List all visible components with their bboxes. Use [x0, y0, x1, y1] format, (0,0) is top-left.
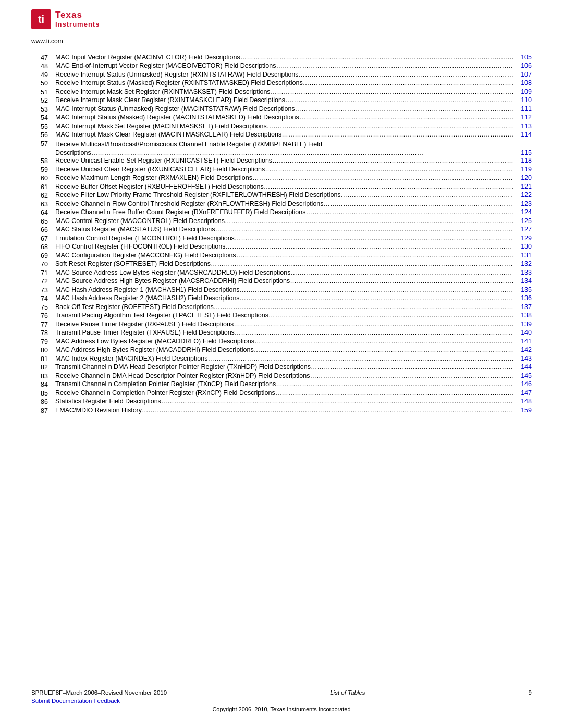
row-page[interactable]: 125 [513, 217, 532, 225]
row-page[interactable]: 115 [513, 149, 532, 156]
row-page[interactable]: 142 [513, 346, 532, 353]
row-description: Emulation Control Register (EMCONTROL) F… [55, 235, 235, 242]
row-description: Statistics Register Field Descriptions [55, 398, 161, 405]
row-page[interactable]: 127 [513, 226, 532, 233]
table-row: 69MAC Configuration Register (MACCONFIG)… [31, 252, 532, 260]
row-page[interactable]: 159 [513, 406, 532, 414]
row-content: Receive Unicast Clear Register (RXUNICAS… [55, 166, 532, 173]
row-number: 67 [31, 235, 55, 242]
row-page[interactable]: 130 [513, 243, 532, 250]
row-page[interactable]: 133 [513, 269, 532, 276]
table-row: 76Transmit Pacing Algorithm Test Registe… [31, 312, 532, 319]
row-number: 50 [31, 79, 55, 87]
row-number: 82 [31, 363, 55, 371]
row-page[interactable]: 144 [513, 363, 532, 371]
row-number: 57 [31, 140, 55, 147]
row-number: 51 [31, 88, 55, 96]
row-description: Receive Interrupt Status (Masked) Regist… [55, 79, 303, 87]
row-page[interactable]: 114 [513, 131, 532, 138]
row-page[interactable]: 135 [513, 286, 532, 293]
row-page[interactable]: 113 [513, 122, 532, 130]
table-row: 62Receive Filter Low Priority Frame Thre… [31, 191, 532, 199]
table-row: 58Receive Unicast Enable Set Register (R… [31, 157, 532, 165]
row-page[interactable]: 120 [513, 174, 532, 181]
row-page[interactable]: 148 [513, 398, 532, 405]
row-page[interactable]: 146 [513, 380, 532, 388]
row-description: Transmit Channel n Completion Pointer Re… [55, 380, 276, 388]
row-number: 73 [31, 286, 55, 294]
feedback-link[interactable]: Submit Documentation Feedback [31, 698, 120, 704]
row-number: 55 [31, 122, 55, 130]
row-number: 48 [31, 62, 55, 70]
row-page[interactable]: 118 [513, 157, 532, 164]
table-row: 74MAC Hash Address Register 2 (MACHASH2)… [31, 294, 532, 302]
table-row: 63Receive Channel n Flow Control Thresho… [31, 200, 532, 208]
table-row: 50Receive Interrupt Status (Masked) Regi… [31, 79, 532, 87]
row-page[interactable]: 140 [513, 329, 532, 336]
table-row: 49Receive Interrupt Status (Unmasked) Re… [31, 71, 532, 79]
row-page[interactable]: 147 [513, 389, 532, 397]
row-page[interactable]: 108 [513, 79, 532, 87]
row-number: 78 [31, 329, 55, 337]
row-number: 75 [31, 303, 55, 311]
row-page[interactable]: 141 [513, 338, 532, 345]
row-page[interactable]: 138 [513, 312, 532, 319]
row-content: Transmit Pacing Algorithm Test Register … [55, 312, 532, 319]
row-page[interactable]: 122 [513, 191, 532, 199]
row-page[interactable]: 112 [513, 114, 532, 121]
row-page[interactable]: 143 [513, 355, 532, 362]
row-content: Statistics Register Field Descriptions……… [55, 398, 532, 405]
row-page[interactable]: 136 [513, 294, 532, 302]
row-content: MAC Interrupt Status (Unmasked) Register… [55, 105, 532, 113]
row-page[interactable]: 109 [513, 88, 532, 95]
table-row: 86Statistics Register Field Descriptions… [31, 398, 532, 405]
row-description: MAC Hash Address Register 1 (MACHASH1) F… [55, 286, 240, 293]
row-page[interactable]: 134 [513, 277, 532, 285]
row-content: MAC Control Register (MACCONTROL) Field … [55, 217, 532, 225]
row-content: Transmit Channel n Completion Pointer Re… [55, 380, 532, 388]
row-description: MAC Hash Address Register 2 (MACHASH2) F… [55, 294, 240, 302]
row-description: Receive Unicast Clear Register (RXUNICAS… [55, 166, 265, 173]
table-row: 71MAC Source Address Low Bytes Register … [31, 269, 532, 277]
row-page[interactable]: 123 [513, 200, 532, 207]
row-description: MAC Source Address Low Bytes Register (M… [55, 269, 291, 276]
row-number: 86 [31, 398, 55, 405]
table-row: 70Soft Reset Register (SOFTRESET) Field … [31, 260, 532, 268]
row-content: Receive Filter Low Priority Frame Thresh… [55, 191, 532, 199]
row-page[interactable]: 111 [513, 105, 532, 113]
website-url: www.ti.com [0, 34, 563, 47]
row-page[interactable]: 132 [513, 260, 532, 267]
row-number: 63 [31, 200, 55, 208]
row-page[interactable]: 107 [513, 71, 532, 78]
table-row: 57Receive Multicast/Broadcast/Promiscuou… [31, 140, 532, 156]
row-number: 87 [31, 406, 55, 414]
row-page[interactable]: 137 [513, 303, 532, 311]
row-page[interactable]: 105 [513, 54, 532, 61]
toc-content: 47MAC Input Vector Register (MACINVECTOR… [0, 47, 563, 414]
row-description: Receive Maximum Length Register (RXMAXLE… [55, 174, 252, 181]
row-page[interactable]: 119 [513, 166, 532, 173]
table-row: 56MAC Interrupt Mask Clear Register (MAC… [31, 131, 532, 139]
row-description: MAC Control Register (MACCONTROL) Field … [55, 217, 225, 225]
row-page[interactable]: 131 [513, 252, 532, 259]
header: ti Texas Instruments [0, 0, 563, 34]
row-page[interactable]: 106 [513, 62, 532, 69]
row-page[interactable]: 145 [513, 372, 532, 379]
row-page[interactable]: 110 [513, 96, 532, 104]
row-description: MAC Address High Bytes Register (MACADDR… [55, 346, 254, 353]
row-number: 56 [31, 131, 55, 139]
table-row: 65MAC Control Register (MACCONTROL) Fiel… [31, 217, 532, 225]
row-description: MAC Status Register (MACSTATUS) Field De… [55, 226, 215, 233]
row-number: 79 [31, 338, 55, 346]
row-content: FIFO Control Register (FIFOCONTROL) Fiel… [55, 243, 532, 250]
row-page[interactable]: 139 [513, 320, 532, 328]
row-content: Back Off Test Register (BOFFTEST) Field … [55, 303, 532, 311]
row-number: 70 [31, 260, 55, 268]
row-page[interactable]: 124 [513, 208, 532, 216]
row-number: 62 [31, 191, 55, 199]
row-number: 49 [31, 71, 55, 79]
row-page[interactable]: 121 [513, 183, 532, 190]
svg-text:ti: ti [38, 14, 44, 25]
row-number: 81 [31, 355, 55, 363]
row-page[interactable]: 129 [513, 235, 532, 242]
